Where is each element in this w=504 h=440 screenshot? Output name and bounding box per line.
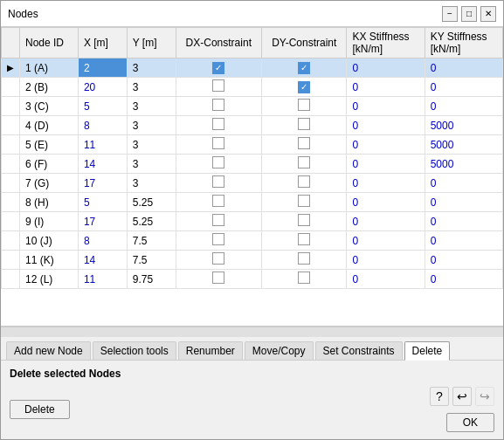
tab-add-new-node[interactable]: Add new Node bbox=[6, 341, 91, 360]
cell-ky[interactable]: 0 bbox=[425, 251, 502, 270]
maximize-button[interactable]: □ bbox=[461, 6, 477, 22]
cell-kx[interactable]: 0 bbox=[347, 97, 425, 116]
cell-x[interactable]: 8 bbox=[78, 231, 127, 251]
tab-set-constraints[interactable]: Set Constraints bbox=[315, 341, 403, 360]
cell-kx[interactable]: 0 bbox=[347, 135, 425, 155]
cell-y[interactable]: 3 bbox=[127, 135, 176, 155]
cell-ky[interactable]: 5000 bbox=[425, 135, 502, 155]
cell-dx[interactable] bbox=[176, 193, 262, 212]
cell-x[interactable]: 20 bbox=[78, 78, 127, 97]
cell-kx[interactable]: 0 bbox=[347, 174, 425, 193]
help-button[interactable]: ? bbox=[430, 387, 449, 406]
cell-dy[interactable] bbox=[262, 174, 347, 193]
checkbox-dx[interactable] bbox=[212, 214, 224, 226]
cell-dy[interactable] bbox=[262, 155, 347, 174]
checkbox-dx[interactable] bbox=[212, 99, 224, 111]
cell-dy[interactable] bbox=[262, 135, 347, 155]
table-row[interactable]: 6 (F)14305000 bbox=[2, 155, 503, 174]
cell-dx[interactable] bbox=[176, 135, 262, 155]
cell-y[interactable]: 3 bbox=[127, 116, 176, 135]
table-row[interactable]: 7 (G)17300 bbox=[2, 174, 503, 193]
checkbox-dx[interactable] bbox=[212, 137, 224, 149]
cell-ky[interactable]: 0 bbox=[425, 270, 502, 289]
cell-dx[interactable] bbox=[176, 116, 262, 135]
cell-dy[interactable] bbox=[262, 270, 347, 289]
cell-ky[interactable]: 5000 bbox=[425, 155, 502, 174]
cell-ky[interactable]: 0 bbox=[425, 97, 502, 116]
cell-dy[interactable] bbox=[262, 116, 347, 135]
checkbox-dy[interactable] bbox=[298, 62, 310, 74]
cell-dx[interactable] bbox=[176, 58, 262, 78]
tab-renumber[interactable]: Renumber bbox=[178, 341, 243, 360]
cell-kx[interactable]: 0 bbox=[347, 231, 425, 251]
cell-dx[interactable] bbox=[176, 251, 262, 270]
checkbox-dy[interactable] bbox=[298, 195, 310, 207]
table-row[interactable]: 9 (I)175.2500 bbox=[2, 212, 503, 231]
cell-dx[interactable] bbox=[176, 212, 262, 231]
cell-kx[interactable]: 0 bbox=[347, 193, 425, 212]
cell-kx[interactable]: 0 bbox=[347, 78, 425, 97]
cell-dy[interactable] bbox=[262, 231, 347, 251]
checkbox-dy[interactable] bbox=[298, 81, 310, 93]
tab-selection-tools[interactable]: Selection tools bbox=[93, 341, 176, 360]
delete-button[interactable]: Delete bbox=[10, 400, 70, 419]
minimize-button[interactable]: − bbox=[442, 6, 458, 22]
horizontal-scrollbar[interactable] bbox=[1, 327, 503, 337]
cell-kx[interactable]: 0 bbox=[347, 212, 425, 231]
cell-y[interactable]: 3 bbox=[127, 174, 176, 193]
table-row[interactable]: 5 (E)11305000 bbox=[2, 135, 503, 155]
cell-ky[interactable]: 0 bbox=[425, 212, 502, 231]
checkbox-dx[interactable] bbox=[212, 118, 224, 130]
redo-button[interactable]: ↪ bbox=[475, 387, 494, 406]
checkbox-dx[interactable] bbox=[212, 272, 224, 284]
checkbox-dy[interactable] bbox=[298, 156, 310, 168]
cell-kx[interactable]: 0 bbox=[347, 251, 425, 270]
cell-y[interactable]: 5.25 bbox=[127, 193, 176, 212]
cell-ky[interactable]: 0 bbox=[425, 78, 502, 97]
cell-dy[interactable] bbox=[262, 97, 347, 116]
checkbox-dx[interactable] bbox=[212, 79, 224, 92]
cell-x[interactable]: 17 bbox=[78, 212, 127, 231]
cell-y[interactable]: 3 bbox=[127, 155, 176, 174]
cell-dx[interactable] bbox=[176, 174, 262, 193]
cell-x[interactable]: 5 bbox=[78, 97, 127, 116]
cell-dy[interactable] bbox=[262, 78, 347, 97]
cell-y[interactable]: 9.75 bbox=[127, 270, 176, 289]
checkbox-dy[interactable] bbox=[298, 214, 310, 226]
table-row[interactable]: 4 (D)8305000 bbox=[2, 116, 503, 135]
cell-y[interactable]: 3 bbox=[127, 97, 176, 116]
checkbox-dx[interactable] bbox=[212, 175, 224, 188]
cell-dy[interactable] bbox=[262, 251, 347, 270]
cell-x[interactable]: 2 bbox=[78, 58, 127, 78]
checkbox-dy[interactable] bbox=[298, 99, 310, 111]
checkbox-dy[interactable] bbox=[298, 272, 310, 284]
tab-delete[interactable]: Delete bbox=[404, 341, 451, 361]
cell-kx[interactable]: 0 bbox=[347, 155, 425, 174]
cell-x[interactable]: 5 bbox=[78, 193, 127, 212]
cell-x[interactable]: 14 bbox=[78, 251, 127, 270]
checkbox-dy[interactable] bbox=[298, 118, 310, 130]
cell-dy[interactable] bbox=[262, 193, 347, 212]
cell-kx[interactable]: 0 bbox=[347, 116, 425, 135]
table-row[interactable]: 3 (C)5300 bbox=[2, 97, 503, 116]
cell-dx[interactable] bbox=[176, 155, 262, 174]
close-button[interactable]: ✕ bbox=[480, 6, 496, 22]
cell-ky[interactable]: 0 bbox=[425, 174, 502, 193]
checkbox-dx[interactable] bbox=[212, 233, 224, 245]
cell-dx[interactable] bbox=[176, 97, 262, 116]
cell-y[interactable]: 7.5 bbox=[127, 231, 176, 251]
table-row[interactable]: 12 (L)119.7500 bbox=[2, 270, 503, 289]
cell-y[interactable]: 5.25 bbox=[127, 212, 176, 231]
cell-kx[interactable]: 0 bbox=[347, 58, 425, 78]
cell-dy[interactable] bbox=[262, 58, 347, 78]
tab-move-copy[interactable]: Move/Copy bbox=[245, 341, 314, 360]
cell-dx[interactable] bbox=[176, 231, 262, 251]
cell-dx[interactable] bbox=[176, 78, 262, 97]
cell-ky[interactable]: 0 bbox=[425, 231, 502, 251]
checkbox-dy[interactable] bbox=[298, 252, 310, 265]
cell-dx[interactable] bbox=[176, 270, 262, 289]
ok-button[interactable]: OK bbox=[446, 413, 494, 432]
cell-x[interactable]: 14 bbox=[78, 155, 127, 174]
checkbox-dy[interactable] bbox=[298, 175, 310, 188]
cell-ky[interactable]: 0 bbox=[425, 58, 502, 78]
